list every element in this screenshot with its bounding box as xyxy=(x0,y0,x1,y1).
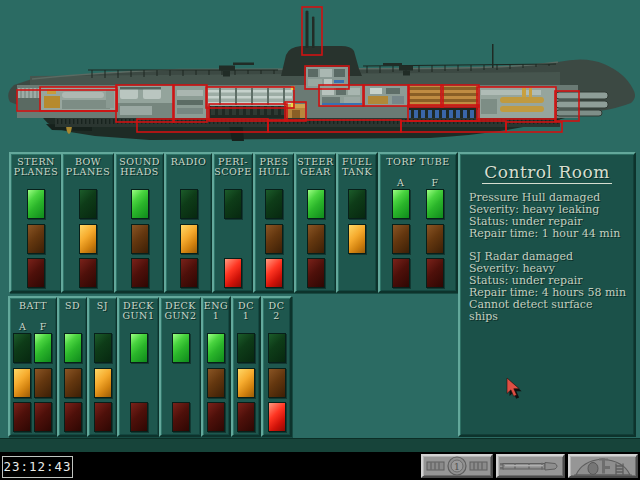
panel-label: STERNPLANES xyxy=(9,157,63,177)
status-panel-peri-scope: PERI-SCOPE xyxy=(212,152,254,293)
panel-column-label: A xyxy=(14,321,30,332)
indicator-light-green-off xyxy=(180,189,198,219)
status-panel-sd: SD xyxy=(57,296,88,437)
indicator-light-green-off xyxy=(348,189,366,219)
indicator-light-green-on xyxy=(307,189,325,219)
rank-medal-button[interactable]: 1 xyxy=(421,454,493,478)
compartment-motor-room xyxy=(174,86,206,118)
panel-label: STEERGEAR xyxy=(294,157,337,177)
control-room-panel: Control Room Pressure Hull damagedSeveri… xyxy=(458,152,636,437)
indicator-light-amber-on xyxy=(79,224,97,254)
indicator-light-amber-off xyxy=(307,224,325,254)
rank-medal-icon: 1 xyxy=(424,456,490,476)
compartment-torpedo-tubes xyxy=(556,92,608,116)
status-panel-pres-hull: PRESHULL xyxy=(253,152,295,293)
indicator-light-green-on xyxy=(34,333,52,363)
indicator-light-green-on xyxy=(426,189,444,219)
indicator-light-amber-off xyxy=(34,368,52,398)
indicator-light-red-off xyxy=(237,402,255,432)
panel-label: SJ xyxy=(87,301,118,311)
status-panel-deck-gun1: DECKGUN1 xyxy=(117,296,160,437)
status-panel-dc-2: DC2 xyxy=(261,296,292,437)
panel-label: BATT xyxy=(8,301,58,311)
status-panel-dc-1: DC1 xyxy=(231,296,261,437)
panel-label: FUELTANK xyxy=(336,157,378,177)
compartment-engine-room xyxy=(117,86,173,118)
indicator-light-green-off xyxy=(265,189,283,219)
panel-column-label: A xyxy=(393,177,409,188)
torpedo-button[interactable] xyxy=(496,454,565,478)
indicator-light-amber-off xyxy=(131,224,149,254)
status-panel-bow-planes: BOWPLANES xyxy=(61,152,115,293)
indicator-light-amber-on xyxy=(94,368,112,398)
compartment-stern-room xyxy=(18,88,40,110)
control-room-title: Control Room xyxy=(482,162,612,184)
damage-report-line: ships xyxy=(469,311,634,323)
indicator-light-red-off xyxy=(27,258,45,288)
status-panel-radio: RADIO xyxy=(164,152,213,293)
indicator-light-green-off xyxy=(268,333,286,363)
indicator-light-green-on xyxy=(172,333,190,363)
indicator-light-amber-on xyxy=(237,368,255,398)
indicator-light-green-on xyxy=(64,333,82,363)
compartment-radio-room xyxy=(365,86,408,106)
compartment-crew-frames xyxy=(207,87,293,106)
indicator-light-red-off xyxy=(172,402,190,432)
indicator-light-green-off xyxy=(79,189,97,219)
periscope-masts xyxy=(305,10,314,48)
status-panel-sound-heads: SOUNDHEADS xyxy=(114,152,165,293)
medal-badge: 1 xyxy=(454,461,460,472)
compartment-galley xyxy=(286,104,305,119)
indicator-light-red-off xyxy=(207,402,225,432)
status-panel-deck-gun2: DECKGUN2 xyxy=(159,296,202,437)
indicator-light-green-on xyxy=(207,333,225,363)
panel-label: SD xyxy=(57,301,88,311)
status-panel-sj: SJ xyxy=(87,296,118,437)
indicator-light-amber-off xyxy=(265,224,283,254)
panel-label: DC1 xyxy=(231,301,261,321)
indicator-light-red-off xyxy=(392,258,410,288)
compartment-battery-fwd xyxy=(409,107,478,119)
panel-column-label: F xyxy=(427,177,443,188)
indicator-light-amber-on xyxy=(348,224,366,254)
damage-report-list: Pressure Hull damagedSeverity: heavy lea… xyxy=(469,192,634,323)
status-panel-steer-gear: STEERGEAR xyxy=(294,152,337,293)
panel-label: PRESHULL xyxy=(253,157,295,177)
indicator-light-amber-off xyxy=(426,224,444,254)
damage-control-screen: STERNPLANESBOWPLANESSOUNDHEADSRADIOPERI-… xyxy=(0,0,640,480)
clock: 23:12:43 xyxy=(2,456,73,478)
indicator-light-amber-off xyxy=(64,368,82,398)
indicator-light-green-on xyxy=(130,333,148,363)
indicator-light-red-on xyxy=(265,258,283,288)
indicator-light-red-off xyxy=(307,258,325,288)
compartment-crew-bunks-2 xyxy=(442,86,478,106)
panel-label: ENG1 xyxy=(201,301,231,321)
status-panel-torp-tube: TORP TUBEAF xyxy=(378,152,458,293)
indicator-light-amber-on xyxy=(13,368,31,398)
panel-label: RADIO xyxy=(164,157,213,167)
indicator-light-red-on xyxy=(224,258,242,288)
indicator-light-green-on xyxy=(131,189,149,219)
panel-label: BOWPLANES xyxy=(61,157,115,177)
indicator-light-red-off xyxy=(180,258,198,288)
damage-report: SJ Radar damagedSeverity: heavyStatus: u… xyxy=(469,251,634,323)
indicator-light-green-off xyxy=(13,333,31,363)
panel-label: TORP TUBE xyxy=(378,157,458,167)
indicator-light-red-off xyxy=(94,402,112,432)
panel-label: PERI-SCOPE xyxy=(212,157,254,177)
panel-label: DECKGUN2 xyxy=(159,301,202,321)
status-panel-stern-planes: STERNPLANES xyxy=(9,152,63,293)
indicator-light-green-off xyxy=(237,333,255,363)
compartment-fwd-torpedo-room xyxy=(478,87,556,118)
indicator-light-green-on xyxy=(392,189,410,219)
indicator-light-red-off xyxy=(64,402,82,432)
submarine-cutaway-diagram xyxy=(0,0,640,150)
indicator-light-red-off xyxy=(13,402,31,432)
conning-tower-button[interactable] xyxy=(568,454,638,478)
status-panel-batt: BATTAF xyxy=(8,296,58,437)
panel-label: DECKGUN1 xyxy=(117,301,160,321)
panel-label: SOUNDHEADS xyxy=(114,157,165,177)
indicator-light-red-off xyxy=(130,402,148,432)
damage-report-line: Repair time: 1 hour 44 min xyxy=(469,228,634,240)
torpedo-icon xyxy=(499,456,562,476)
